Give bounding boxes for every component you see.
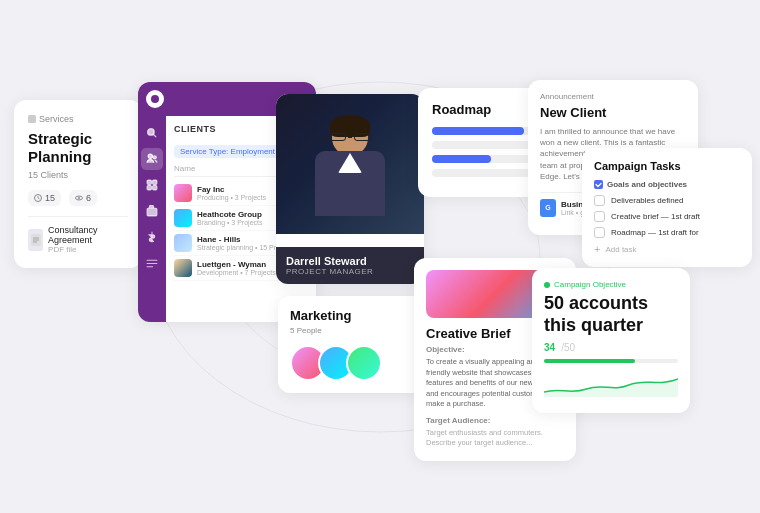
announcement-tag: Announcement (540, 92, 686, 101)
svg-rect-14 (153, 186, 157, 190)
task-item-3: Roadmap — 1st draft for (594, 227, 740, 238)
avatars-row (290, 345, 414, 381)
sidebar-finances[interactable] (141, 226, 163, 248)
marketing-sub: 5 People (290, 326, 414, 335)
clients-count: 15 Clients (28, 170, 128, 180)
svg-point-7 (151, 95, 159, 103)
marketing-card: Marketing 5 People (278, 296, 426, 393)
sidebar-clients[interactable] (141, 148, 163, 170)
person-info: Darrell Steward PROJECT MANAGER (276, 247, 424, 284)
strategic-planning-card: Services Strategic Planning 15 Clients 1… (14, 100, 142, 268)
file-icon (28, 229, 43, 251)
task-checkbox-3[interactable] (594, 227, 605, 238)
campaign-tasks-card: Campaign Tasks Goals and objectives Deli… (582, 148, 752, 267)
doc-icon: G (540, 199, 556, 217)
progress-current: 34 (544, 342, 555, 353)
task-checkbox-2[interactable] (594, 211, 605, 222)
svg-rect-12 (153, 180, 157, 184)
svg-point-5 (78, 197, 80, 199)
add-task-label: Add task (605, 245, 636, 254)
svg-rect-15 (147, 208, 157, 216)
add-task-row[interactable]: + Add task (594, 243, 740, 255)
sidebar-projects[interactable] (141, 200, 163, 222)
person-name: Darrell Steward (286, 255, 414, 267)
filter-tag[interactable]: Service Type: Employment ✕ (174, 145, 291, 158)
goals-label: Goals and objectives (594, 180, 740, 189)
mini-chart (544, 367, 678, 397)
objective-tag: Campaign Objective (544, 280, 678, 289)
task-item-2: Creative brief — 1st draft (594, 211, 740, 222)
svg-rect-13 (147, 186, 151, 190)
campaign-objective-card: Campaign Objective 50 accounts this quar… (532, 268, 690, 413)
person-role: PROJECT MANAGER (286, 267, 414, 276)
svg-point-9 (148, 154, 152, 158)
objective-title: 50 accounts this quarter (544, 293, 678, 336)
brief-target-label: Target Audience: (426, 416, 564, 425)
progress-row: 34 /50 (544, 342, 678, 353)
progress-bar-fill (544, 359, 635, 363)
svg-rect-16 (594, 180, 603, 189)
file-name: Consultancy Agreement (48, 225, 128, 245)
objective-dot-icon (544, 282, 550, 288)
progress-bar-background (544, 359, 678, 363)
sidebar-processes[interactable] (141, 252, 163, 274)
sidebar-search[interactable] (141, 122, 163, 144)
progress-total: /50 (561, 342, 575, 353)
svg-rect-2 (28, 115, 36, 123)
add-task-plus-icon: + (594, 243, 600, 255)
svg-rect-11 (147, 180, 151, 184)
announcement-title: New Client (540, 105, 686, 120)
sidebar-services[interactable] (141, 174, 163, 196)
person-card: Darrell Steward PROJECT MANAGER (276, 94, 424, 284)
avatar-3 (346, 345, 382, 381)
svg-point-10 (153, 156, 156, 159)
marketing-title: Marketing (290, 308, 414, 323)
person-image (276, 94, 424, 234)
task-checkbox-1[interactable] (594, 195, 605, 206)
tasks-title: Campaign Tasks (594, 160, 740, 172)
brief-target-text: Target enthusiasts and commuters. Descri… (426, 428, 564, 449)
file-row: Consultancy Agreement PDF file (28, 225, 128, 254)
stat-share: 15 (28, 190, 61, 206)
stat-views: 6 (69, 190, 97, 206)
task-item-1: Deliverables defined (594, 195, 740, 206)
file-type: PDF file (48, 245, 128, 254)
strategic-title: Strategic Planning (28, 130, 128, 166)
service-label: Services (28, 114, 128, 124)
